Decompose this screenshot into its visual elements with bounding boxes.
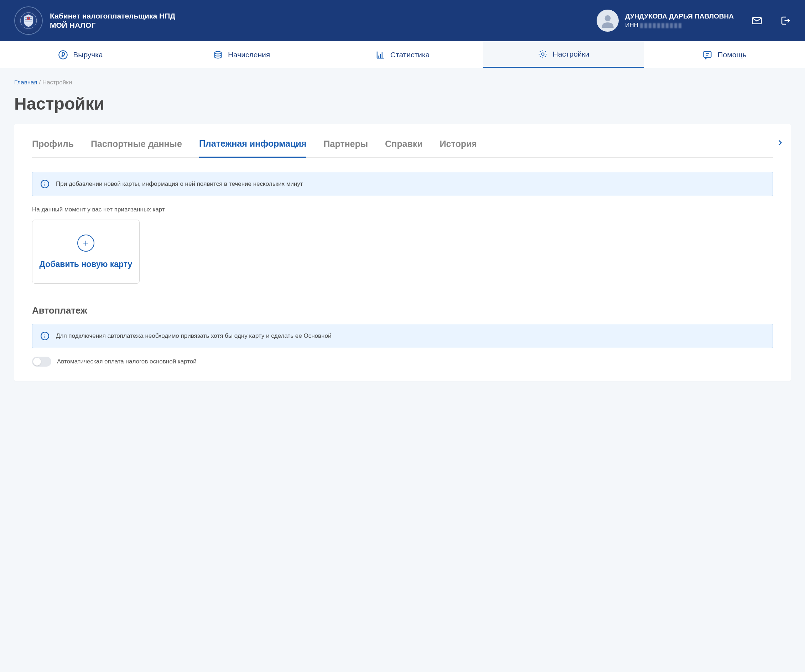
nav-tab-revenue[interactable]: Выручка	[0, 41, 161, 68]
user-name: ДУНДУКОВА ДАРЬЯ ПАВЛОВНА	[625, 13, 734, 20]
bar-chart-icon	[375, 50, 385, 60]
breadcrumb-home[interactable]: Главная	[14, 79, 38, 86]
breadcrumb-current: Настройки	[43, 79, 72, 86]
subtab-profile[interactable]: Профиль	[32, 139, 74, 157]
autopay-info-box: Для подключения автоплатежа необходимо п…	[32, 324, 773, 348]
autopay-info-text: Для подключения автоплатежа необходимо п…	[56, 333, 331, 339]
user-block[interactable]: ДУНДУКОВА ДАРЬЯ ПАВЛОВНА ИНН	[596, 10, 734, 32]
subtab-history[interactable]: История	[440, 139, 477, 157]
header-right: ДУНДУКОВА ДАРЬЯ ПАВЛОВНА ИНН	[596, 10, 791, 32]
no-cards-text: На данный момент у вас нет привязанных к…	[32, 206, 773, 213]
user-inn: ИНН	[625, 22, 734, 29]
ruble-icon	[58, 50, 68, 60]
nav-tab-label: Настройки	[553, 50, 590, 58]
autopay-toggle-label: Автоматическая оплата налогов основной к…	[57, 358, 197, 365]
payment-section: При добавлении новой карты, информация о…	[32, 172, 773, 367]
svg-point-5	[59, 51, 67, 59]
header-left: Кабинет налогоплательщика НПД МОЙ НАЛОГ	[14, 7, 175, 35]
svg-point-7	[541, 53, 544, 56]
user-info: ДУНДУКОВА ДАРЬЯ ПАВЛОВНА ИНН	[625, 13, 734, 29]
info-icon	[40, 331, 49, 341]
gear-icon	[538, 49, 548, 59]
coins-icon	[213, 50, 223, 60]
info-icon	[40, 179, 49, 188]
app-title-line1: Кабинет налогоплательщика НПД	[50, 12, 175, 20]
subtab-passport[interactable]: Паспортные данные	[91, 139, 182, 157]
subtab-partners[interactable]: Партнеры	[324, 139, 368, 157]
mail-icon[interactable]	[752, 15, 762, 26]
nav-tab-label: Выручка	[73, 51, 103, 59]
nav-tab-settings[interactable]: Настройки	[483, 41, 644, 68]
subtab-scroll-right[interactable]	[777, 139, 784, 148]
page-body: Главная / Настройки Настройки Профиль Па…	[0, 68, 805, 399]
inn-masked	[640, 23, 683, 28]
nav-tab-statistics[interactable]: Статистика	[322, 41, 483, 68]
page-title: Настройки	[14, 94, 791, 113]
main-nav: Выручка Начисления Статистика Настройки …	[0, 41, 805, 68]
autopay-toggle[interactable]	[32, 357, 51, 367]
app-title: Кабинет налогоплательщика НПД МОЙ НАЛОГ	[50, 12, 175, 30]
add-card-label: Добавить новую карту	[39, 259, 133, 269]
autopay-title: Автоплатеж	[32, 305, 773, 316]
subtab-references[interactable]: Справки	[385, 139, 423, 157]
logo-emblem	[14, 7, 43, 35]
logout-icon[interactable]	[780, 15, 791, 26]
nav-tab-label: Статистика	[390, 51, 430, 59]
payment-info-box: При добавлении новой карты, информация о…	[32, 172, 773, 196]
nav-tab-help[interactable]: Помощь	[644, 41, 805, 68]
nav-tab-label: Помощь	[717, 51, 746, 59]
svg-rect-8	[704, 51, 711, 57]
settings-card: Профиль Паспортные данные Платежная инфо…	[14, 124, 791, 381]
autopay-toggle-row: Автоматическая оплата налогов основной к…	[32, 357, 773, 367]
chevron-right-icon	[777, 139, 784, 146]
plus-icon: +	[77, 234, 94, 252]
avatar	[596, 10, 619, 32]
add-card-button[interactable]: + Добавить новую карту	[32, 220, 140, 284]
payment-info-text: При добавлении новой карты, информация о…	[56, 180, 303, 188]
nav-tab-label: Начисления	[228, 51, 270, 59]
svg-point-2	[28, 18, 30, 19]
help-icon	[702, 50, 712, 60]
app-title-line2: МОЙ НАЛОГ	[50, 21, 175, 30]
svg-point-3	[605, 15, 611, 21]
svg-point-6	[215, 51, 222, 54]
breadcrumb: Главная / Настройки	[14, 79, 791, 86]
subtab-payment[interactable]: Платежная информация	[199, 138, 306, 158]
settings-subtabs: Профиль Паспортные данные Платежная инфо…	[32, 138, 773, 158]
app-header: Кабинет налогоплательщика НПД МОЙ НАЛОГ …	[0, 0, 805, 41]
nav-tab-accruals[interactable]: Начисления	[161, 41, 322, 68]
